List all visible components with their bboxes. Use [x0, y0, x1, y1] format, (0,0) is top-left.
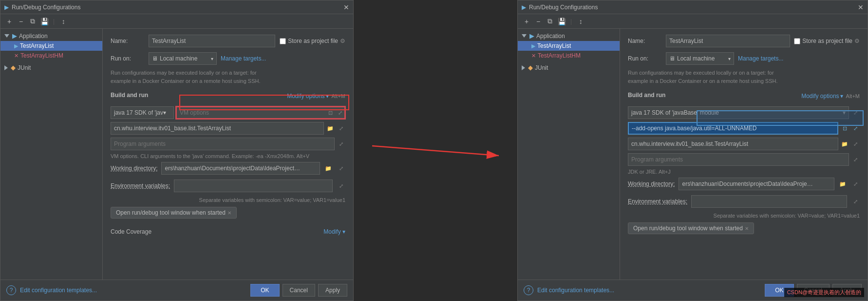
right-testarraylisthm-label: TestArrayListHM — [538, 52, 581, 59]
left-classpath-folder-btn[interactable]: 📁 — [326, 124, 335, 133]
copy-config-button[interactable]: ⧉ — [28, 17, 38, 26]
right-edit-config-link[interactable]: Edit configuration templates... — [537, 287, 614, 294]
left-ok-button[interactable]: OK — [250, 284, 279, 297]
arrow-area — [354, 0, 517, 301]
right-sidebar-item-testarraylisthm[interactable]: ✕ TestArrayListHM — [518, 51, 620, 60]
right-sidebar-item-testarraylist[interactable]: ▶ TestArrayList — [518, 41, 620, 51]
left-sidebar-item-application[interactable]: ▶ Application — [0, 31, 102, 41]
right-remove-config-button[interactable]: − — [533, 17, 543, 26]
right-build-run-header: Build and run Modify options ▾ Alt+M — [628, 90, 860, 102]
left-args-expand-btn[interactable]: ⤢ — [337, 140, 345, 148]
left-open-tool-window-btn[interactable]: Open run/debug tool window when started … — [111, 207, 237, 219]
left-sidebar-item-testarraylist[interactable]: ▶ TestArrayList — [0, 41, 102, 51]
right-args-expand-btn[interactable]: ⤢ — [851, 155, 860, 164]
left-modify-options-link[interactable]: Modify options ▾ Alt+M — [287, 93, 345, 100]
right-open-tool-window-btn[interactable]: Open run/debug tool window when started … — [628, 222, 754, 234]
save-config-button[interactable]: 💾 — [39, 17, 49, 26]
left-vm-more-btn[interactable]: ⤢ — [336, 108, 344, 117]
right-classpath-folder-btn[interactable]: 📁 — [840, 140, 849, 148]
right-working-dir-input[interactable] — [679, 178, 834, 190]
left-build-run-header: Build and run Modify options ▾ Alt+M — [111, 90, 345, 102]
left-working-dir-label: Working directory: — [111, 165, 157, 172]
left-env-vars-label: Environment variables: — [111, 182, 170, 189]
right-dialog: ▶ Run/Debug Configurations ✕ + − ⧉ 💾 | ↕… — [517, 0, 868, 301]
right-help-button[interactable]: ? — [524, 285, 533, 295]
right-classpath-input[interactable] — [628, 138, 838, 150]
right-java-sdk-select[interactable]: java 17 SDK of 'javaBase' module ▾ — [628, 106, 849, 119]
left-env-vars-row: Environment variables: ⤢ — [111, 180, 345, 192]
right-vm-more-btn[interactable]: ⤢ — [851, 124, 860, 133]
left-code-coverage-row: Code Coverage Modify ▾ — [111, 228, 345, 235]
right-store-as-project-checkbox[interactable] — [794, 38, 800, 44]
left-vm-options-input[interactable] — [176, 106, 345, 119]
right-working-dir-expand-btn[interactable]: ⤢ — [851, 180, 860, 188]
left-working-dir-expand-btn[interactable]: ⤢ — [337, 164, 345, 173]
right-save-config-button[interactable]: 💾 — [557, 17, 566, 26]
left-modify-link[interactable]: Modify ▾ — [323, 228, 345, 235]
right-machine-icon: 🖥 — [669, 55, 675, 62]
left-modify-arrow: ▾ — [326, 93, 329, 100]
right-sort-config-button[interactable]: ↕ — [576, 17, 585, 26]
right-env-hint: Separate variables with semicolon: VAR=v… — [628, 213, 860, 219]
right-dialog-title: Run/Debug Configurations — [529, 4, 598, 11]
right-main-panel: Name: Store as project file ⚙ Run on: 🖥 … — [620, 29, 868, 280]
right-vm-options-input[interactable] — [628, 122, 838, 135]
left-help-button[interactable]: ? — [6, 285, 16, 295]
right-add-config-button[interactable]: + — [522, 17, 531, 26]
remove-config-button[interactable]: − — [16, 17, 26, 26]
right-manage-targets-link[interactable]: Manage targets... — [738, 55, 783, 62]
left-classpath-expand-btn[interactable]: ⤢ — [337, 124, 345, 133]
right-env-expand-btn[interactable]: ⤢ — [851, 197, 860, 206]
left-hint-text: Run configurations may be executed local… — [111, 69, 345, 85]
right-hint-text: Run configurations may be executed local… — [628, 69, 860, 85]
left-manage-targets-link[interactable]: Manage targets... — [221, 55, 266, 62]
left-program-args-input[interactable] — [111, 138, 335, 150]
right-sidebar-item-application[interactable]: ▶ Application — [518, 31, 620, 41]
right-vm-expand-btn[interactable]: ⊡ — [840, 124, 849, 133]
right-name-input[interactable] — [666, 35, 790, 47]
right-env-vars-input[interactable] — [691, 195, 847, 208]
left-dialog-run-icon: ▶ — [4, 4, 9, 11]
right-dialog-close[interactable]: ✕ — [858, 3, 864, 11]
left-env-vars-input[interactable] — [174, 180, 333, 192]
left-open-tool-window-close[interactable]: ✕ — [227, 210, 231, 216]
left-sidebar-item-junit[interactable]: ◆ JUnit — [0, 62, 102, 73]
right-copy-config-button[interactable]: ⧉ — [545, 17, 555, 26]
left-apply-button[interactable]: Apply — [318, 284, 347, 297]
left-sidebar-application-label: Application — [19, 33, 48, 40]
right-sidebar-item-junit[interactable]: ◆ JUnit — [518, 62, 620, 73]
left-dialog-close[interactable]: ✕ — [343, 3, 349, 11]
left-env-expand-btn[interactable]: ⤢ — [337, 181, 345, 190]
left-java-sdk-select[interactable]: java 17 SDK of 'jav▾ — [111, 106, 174, 119]
right-working-dir-folder-btn[interactable]: 📁 — [838, 180, 847, 188]
left-working-dir-folder-btn[interactable]: 📁 — [324, 164, 333, 173]
right-testarraylist-label: TestArrayList — [537, 42, 571, 49]
right-modify-options-link[interactable]: Modify options ▾ Alt+M — [801, 93, 860, 100]
left-working-dir-input[interactable] — [161, 162, 320, 175]
right-java-expand-btn[interactable]: ⤢ — [851, 108, 860, 117]
left-name-row: Name: Store as project file ⚙ — [111, 35, 345, 47]
right-program-args-input[interactable] — [628, 153, 849, 166]
left-store-as-project-checkbox[interactable] — [280, 38, 286, 44]
left-classpath-input[interactable] — [111, 122, 324, 135]
right-open-tool-window-close[interactable]: ✕ — [745, 226, 749, 231]
left-testarraylist-label: TestArrayList — [20, 42, 54, 49]
right-classpath-expand-btn[interactable]: ⤢ — [851, 140, 860, 148]
right-application-icon: ▶ — [529, 32, 534, 40]
add-config-button[interactable]: + — [4, 17, 14, 26]
left-dialog: ▶ Run/Debug Configurations ✕ + − ⧉ 💾 | ↕… — [0, 0, 354, 301]
left-local-machine-dropdown[interactable]: 🖥 Local machine ▾ — [149, 52, 217, 65]
sort-config-button[interactable]: ↕ — [58, 17, 68, 26]
right-local-machine-text: Local machine — [677, 55, 715, 62]
left-cancel-button[interactable]: Cancel — [283, 284, 315, 297]
left-name-input[interactable] — [149, 35, 275, 47]
right-store-as-project-label: Store as project file ⚙ — [794, 38, 860, 44]
left-vm-expand-btn[interactable]: ⊡ — [326, 108, 335, 117]
left-application-icon: ▶ — [12, 32, 17, 40]
right-java-sdk-text: java 17 SDK of 'javaBase' module — [631, 109, 719, 116]
left-sidebar-item-testarraylisthm[interactable]: ✕ TestArrayListHM — [0, 51, 102, 60]
right-local-machine-dropdown[interactable]: 🖥 Local machine ▾ — [666, 52, 734, 65]
right-java-row: java 17 SDK of 'javaBase' module ▾ ⤢ — [628, 106, 860, 119]
left-name-label: Name: — [111, 38, 145, 44]
left-edit-config-link[interactable]: Edit configuration templates... — [20, 287, 97, 294]
